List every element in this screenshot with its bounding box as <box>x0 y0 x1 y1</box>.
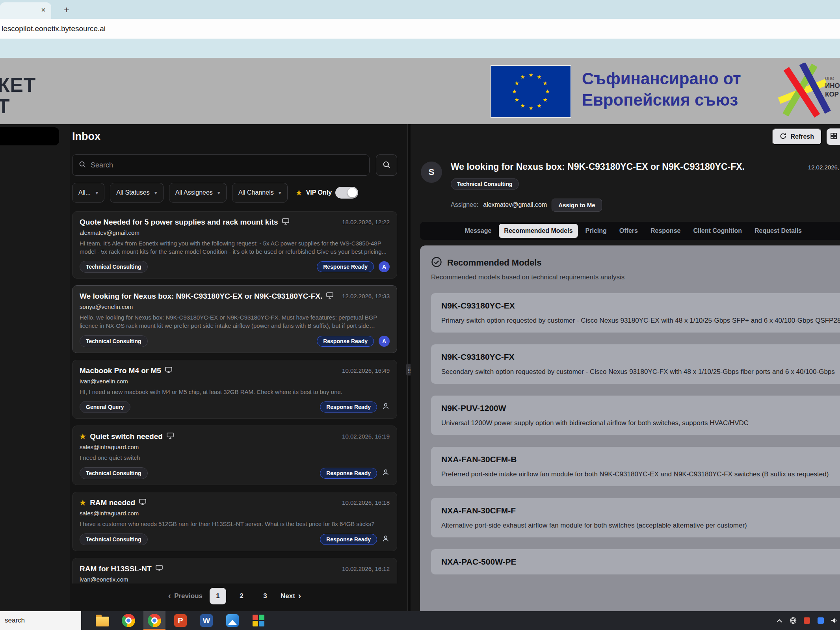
inbox-title: Inbox <box>72 130 397 143</box>
category-tag: Technical Consulting <box>451 178 519 190</box>
refresh-icon <box>780 133 786 141</box>
tab-message[interactable]: Message <box>460 224 497 238</box>
filter-channels[interactable]: All Channels▾ <box>232 183 288 203</box>
filter-all[interactable]: All...▾ <box>72 183 104 203</box>
email-sender: sales@infraguard.com <box>80 444 390 450</box>
model-card[interactable]: N9K-C93180YC-EX Primary switch option re… <box>431 293 840 333</box>
email-preview: HI, I need a new macbook with M4 or M5 c… <box>80 388 390 396</box>
browser-toolbar-band <box>0 39 840 58</box>
chevron-right-icon: › <box>298 592 301 600</box>
assign-to-me-button[interactable]: Assign to Me <box>552 199 602 212</box>
model-card[interactable]: NXA-PAC-500W-PE <box>431 549 840 574</box>
next-page-button[interactable]: Next › <box>281 592 301 600</box>
browser-chrome: × + lescopilot.eonetix.bytesource.ai <box>0 0 840 58</box>
browser-tab[interactable]: × <box>0 2 51 19</box>
email-list-item-selected[interactable]: We looking for Nexus box: N9K-C93180YC-E… <box>72 285 397 353</box>
chevron-down-icon: ▾ <box>217 190 220 196</box>
search-button[interactable] <box>376 154 397 176</box>
filter-assignees[interactable]: All Assignees▾ <box>169 183 227 203</box>
panel-divider[interactable]: ⣿ <box>408 124 411 611</box>
tray-app-blue-icon[interactable] <box>817 617 825 624</box>
person-icon <box>382 468 390 478</box>
model-name: NXA-PAC-500W-PE <box>441 557 840 567</box>
search-box[interactable] <box>72 154 370 176</box>
tray-chevron-up-icon[interactable] <box>775 617 783 624</box>
sender-avatar: S <box>421 162 442 183</box>
tab-request-details[interactable]: Request Details <box>749 224 807 238</box>
model-card[interactable]: N9K-C93180YC-FX Secondary switch option … <box>431 344 840 384</box>
previous-page-button[interactable]: ‹ Previous <box>168 592 203 600</box>
tray-network-icon[interactable] <box>789 617 797 624</box>
taskbar: search P W <box>0 611 840 630</box>
page-button-1[interactable]: 1 <box>210 588 226 604</box>
model-name: N9K-C93180YC-EX <box>441 301 840 310</box>
svg-text:★: ★ <box>514 80 519 86</box>
search-input[interactable] <box>91 161 363 169</box>
model-description: Universal 1200W power supply option with… <box>441 419 840 427</box>
svg-text:★: ★ <box>528 72 533 78</box>
tray-volume-icon[interactable] <box>831 617 838 624</box>
screen: × + lescopilot.eonetix.bytesource.ai КЕТ… <box>0 0 840 630</box>
taskbar-word[interactable]: W <box>195 611 217 630</box>
tab-offers[interactable]: Offers <box>614 224 643 238</box>
star-icon[interactable]: ★ <box>80 498 86 507</box>
svg-text:★: ★ <box>520 74 525 80</box>
tab-pricing[interactable]: Pricing <box>580 224 612 238</box>
page-button-3[interactable]: 3 <box>257 588 273 604</box>
toolbar-partial-button[interactable] <box>827 128 840 145</box>
category-tag: Technical Consulting <box>80 335 148 347</box>
taskbar-photos[interactable] <box>221 611 243 630</box>
model-card[interactable]: NXA-FAN-30CFM-B Preferred port-side inta… <box>431 447 840 486</box>
email-list-item[interactable]: Macbook Pro M4 or M5 10.02.2026, 16:49 i… <box>72 360 397 419</box>
model-card[interactable]: NXA-FAN-30CFM-F Alternative port-side ex… <box>431 498 840 537</box>
filter-statuses[interactable]: All Statuses▾ <box>110 183 164 203</box>
category-tag: Technical Consulting <box>80 467 148 479</box>
taskbar-powerpoint[interactable]: P <box>169 611 191 630</box>
left-rail <box>0 124 70 611</box>
tab-response[interactable]: Response <box>645 224 686 238</box>
taskbar-search-box[interactable]: search <box>0 611 81 630</box>
taskbar-app-grid[interactable] <box>247 611 269 630</box>
sidebar-active-item[interactable] <box>0 127 59 145</box>
email-subject: Macbook Pro M4 or M5 <box>80 366 172 375</box>
grid-icon <box>253 615 264 626</box>
page-button-2[interactable]: 2 <box>233 588 250 604</box>
taskbar-chrome-active[interactable] <box>143 611 165 630</box>
email-sender: ivan@venelin.com <box>80 378 390 385</box>
search-icon <box>79 161 86 169</box>
email-subject: We looking for Nexus box: N9K-C93180YC-E… <box>80 292 333 301</box>
email-list-item[interactable]: ★ Quiet switch needed 10.02.2026, 16:19 … <box>72 426 397 485</box>
detail-subject: We looking for Nexus box: N9K-C93180YC-E… <box>451 162 745 173</box>
email-list-item[interactable]: RAM for H13SSL-NT 10.02.2026, 16:12 ivan… <box>72 558 397 584</box>
taskbar-file-explorer[interactable] <box>91 611 113 630</box>
pagination: ‹ Previous 1 2 3 Next › <box>72 584 397 609</box>
category-tag: Technical Consulting <box>80 261 148 273</box>
email-list-item[interactable]: Quote Needed for 5 power supplies and ra… <box>72 211 397 279</box>
email-subject: Quote Needed for 5 power supplies and ra… <box>80 218 289 227</box>
address-bar[interactable]: lescopilot.eonetix.bytesource.ai <box>0 19 840 39</box>
tab-client-cognition[interactable]: Client Cognition <box>688 224 747 238</box>
taskbar-search-text: search <box>5 617 25 624</box>
person-icon <box>382 402 390 412</box>
email-list-item[interactable]: ★ RAM needed 10.02.2026, 16:18 sales@inf… <box>72 492 397 551</box>
app-window: Inbox All.. <box>0 124 840 611</box>
email-date: 10.02.2026, 16:49 <box>342 366 390 374</box>
svg-text:★: ★ <box>514 97 519 103</box>
assignee-avatar: A <box>379 336 390 347</box>
refresh-button[interactable]: Refresh <box>772 128 822 145</box>
new-tab-button[interactable]: + <box>60 3 73 17</box>
vip-only-toggle[interactable] <box>335 187 358 199</box>
tab-recommended-models[interactable]: Recommended Models <box>499 224 578 238</box>
inbox-panel: Inbox All.. <box>70 124 408 611</box>
eu-caption: Съфинансирано от Европейския съюз <box>582 68 741 111</box>
chevron-left-icon: ‹ <box>168 592 171 600</box>
star-icon[interactable]: ★ <box>80 432 86 441</box>
model-description: Alternative port-side exhaust airflow fa… <box>441 522 840 530</box>
response-ready-badge: Response Ready <box>320 534 377 545</box>
taskbar-chrome[interactable] <box>117 611 139 630</box>
monitor-icon <box>156 565 163 573</box>
tab-close-icon[interactable]: × <box>41 6 46 15</box>
tray-app-red-icon[interactable] <box>803 617 811 624</box>
model-card[interactable]: N9K-PUV-1200W Universal 1200W power supp… <box>431 396 840 435</box>
programme-logo-text: опе ИНО КОР <box>825 74 840 99</box>
